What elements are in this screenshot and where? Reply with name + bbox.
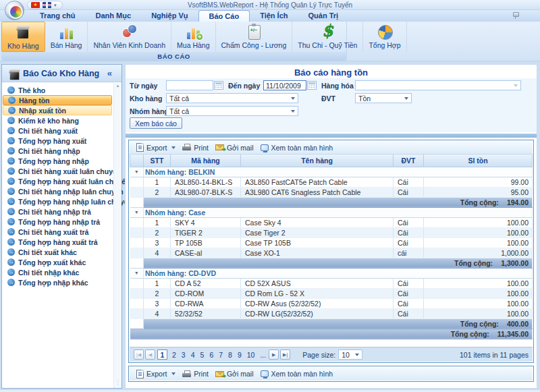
ribbon-button-thu-chi-quy-tien[interactable]: $Thu Chi - Quỹ Tiền: [292, 22, 363, 52]
sidebar-item-chi-tiet-hang-xuat[interactable]: Chi tiết hàng xuất: [3, 125, 112, 136]
table-row[interactable]: 1A3L850-14-BKL-SA3L850 FastCAT5e Patch C…: [130, 177, 533, 187]
table-row[interactable]: 2A3L980-07-BLK-SA3L980 CAT6 Snagless Pat…: [130, 187, 533, 197]
sidebar-scrollbar[interactable]: ▲ ⋮: [113, 83, 122, 388]
page-ellipsis[interactable]: ...: [260, 351, 266, 359]
sidebar-item-tong-hop-xuat-khac[interactable]: Tổng hợp xuất khác: [3, 257, 112, 267]
first-page-button[interactable]: |◀: [134, 349, 144, 360]
tab-tien-ich[interactable]: Tiện Ích: [250, 10, 298, 22]
scroll-grip-icon[interactable]: ⋮: [114, 379, 122, 385]
sidebar-item-tong-hop-hang-xuat-tra[interactable]: Tổng hợp hàng xuất trả: [3, 237, 112, 247]
page-number-4[interactable]: 4: [191, 351, 195, 359]
ribbon-button-label: Kho Hàng: [7, 42, 39, 50]
sidebar-item-hang-ton[interactable]: Hàng tồn: [3, 95, 112, 105]
column-header-ten-hang[interactable]: Tên hàng: [241, 155, 394, 167]
sidebar-item-kiem-ke-kho-hang[interactable]: Kiểm kê kho hàng: [3, 115, 112, 125]
sidebar-collapse-icon[interactable]: «: [107, 68, 112, 78]
page-number-7[interactable]: 7: [219, 351, 223, 359]
group-header-row[interactable]: ▾Nhóm hàng: Case: [130, 207, 533, 217]
collapse-group-icon[interactable]: ▾: [130, 167, 144, 177]
calendar-icon[interactable]: [214, 81, 223, 90]
table-row[interactable]: 4CASE-alCase XO-1cái1,000.00: [130, 248, 533, 258]
column-header-sl-ton[interactable]: Sl tồn: [424, 155, 533, 167]
page-number-1[interactable]: 1: [157, 349, 167, 360]
sidebar-item-tong-hop-hang-xuat-luan-chuyen[interactable]: Tổng hợp hàng xuất luân chuyển: [3, 176, 112, 186]
table-row[interactable]: 1CD A 52CD 52X ASUSCái100.00: [130, 278, 533, 288]
prev-page-button[interactable]: ◀: [145, 349, 155, 360]
export-button[interactable]: Export: [136, 370, 176, 379]
cell-stt: 1: [144, 217, 171, 227]
table-row[interactable]: 3TP 105BCase TP 105BCái100.00: [130, 237, 533, 248]
mail-button[interactable]: Gởi mail: [215, 144, 254, 152]
page-number-5[interactable]: 5: [200, 351, 205, 359]
page-number-3[interactable]: 3: [182, 351, 186, 359]
scroll-up-icon[interactable]: ▲: [114, 84, 122, 88]
column-header-ma-hang[interactable]: Mã hàng: [171, 155, 241, 167]
page-number-8[interactable]: 8: [228, 351, 232, 359]
nhom-hang-select[interactable]: Tất cả: [166, 106, 298, 116]
app-logo-icon[interactable]: [5, 1, 24, 20]
sidebar-item-tong-hop-hang-nhap[interactable]: Tổng hợp hàng nhập: [3, 156, 112, 166]
last-page-button[interactable]: ▶|: [280, 349, 290, 360]
calendar-icon[interactable]: [307, 81, 317, 90]
vietnam-flag-icon[interactable]: [31, 2, 40, 8]
ribbon-button-ban-hang[interactable]: Bán Hàng: [45, 22, 88, 52]
den-ngay-input[interactable]: [263, 80, 306, 90]
tu-ngay-input[interactable]: [166, 80, 213, 90]
sidebar-item-chi-tiet-xuat-khac[interactable]: Chi tiết xuất khác: [3, 247, 112, 257]
sidebar-item-the-kho[interactable]: Thẻ kho: [3, 85, 112, 95]
ribbon-button-mua-hang[interactable]: +Mua Hàng: [171, 22, 215, 52]
mail-button[interactable]: Gởi mail: [215, 370, 254, 378]
table-row[interactable]: 1SKY 4Case Sky 4Cái100.00: [130, 217, 533, 227]
cell-ten: A3L980 CAT6 Snagless Patch Cable: [241, 187, 394, 197]
table-row[interactable]: 3CD-RWACD-RW Asus (52/32/52)Cái100.00: [130, 298, 533, 308]
group-header-row[interactable]: ▾Nhóm hàng: BELKIN: [130, 167, 533, 177]
page-number-6[interactable]: 6: [209, 351, 213, 359]
next-page-button[interactable]: ▶: [269, 349, 279, 360]
collapse-group-icon[interactable]: ▾: [130, 207, 144, 217]
sidebar-item-tong-hop-hang-xuat[interactable]: Tổng hợp hàng xuất: [3, 136, 112, 146]
sidebar-item-chi-tiet-hang-nhap[interactable]: Chi tiết hàng nhập: [3, 146, 112, 156]
sidebar-item-chi-tiet-hang-xuat-tra[interactable]: Chi tiết hàng xuất trả: [3, 227, 112, 237]
qat-dropdown-icon[interactable]: ▾: [54, 3, 57, 8]
print-button[interactable]: Print: [182, 370, 209, 378]
tab-trang-chu[interactable]: Trang chủ: [30, 10, 86, 22]
page-number-10[interactable]: 10: [247, 351, 255, 359]
table-row[interactable]: 2CD-ROMCD Rom LG - 52 XCái100.00: [130, 288, 533, 298]
table-row[interactable]: 452/32/52CD-RW LG(52/32/52)Cái100.00: [130, 308, 533, 318]
ribbon-button-cham-cong-luong[interactable]: Chấm Công - Lương: [216, 22, 293, 52]
ribbon-button-tong-hop[interactable]: Tổng Hợp: [363, 22, 406, 52]
collapse-group-icon[interactable]: ▾: [130, 268, 144, 278]
column-header-dvt[interactable]: ĐVT: [394, 155, 424, 167]
column-header-stt[interactable]: STT: [144, 155, 171, 167]
table-row[interactable]: 2TIGER 2Case Tiger 2Cái100.00: [130, 227, 533, 237]
print-button[interactable]: Print: [182, 144, 209, 152]
view-report-button[interactable]: Xem báo cáo: [130, 117, 182, 129]
tab-danh-muc[interactable]: Danh Mục: [86, 10, 142, 22]
sidebar-item-tong-hop-hang-nhap-luan-chuyen[interactable]: Tổng hợp hàng nhập luân chuyển: [3, 196, 112, 206]
export-button[interactable]: Export: [136, 143, 176, 152]
page-size-select[interactable]: 10: [338, 349, 362, 360]
uk-flag-icon[interactable]: [43, 2, 51, 8]
fullscreen-button[interactable]: Xem toàn màn hình: [261, 370, 333, 378]
sidebar-item-nhap-xuat-ton[interactable]: Nhập xuất tồn: [3, 105, 112, 115]
sidebar-item-chi-tiet-hang-nhap-tra[interactable]: Chi tiết hàng nhập trả: [3, 206, 112, 217]
sidebar-item-chi-tiet-hang-nhap-luan-chuyen[interactable]: Chi tiết hàng nhập luân chuyển: [3, 186, 112, 196]
dvt-select[interactable]: Tồn: [355, 93, 412, 103]
sidebar-header[interactable]: Báo Cáo Kho Hàng «: [2, 65, 122, 82]
tab-bao-cao[interactable]: Báo Cáo: [198, 10, 250, 22]
ribbon-group-bao-cao: Kho HàngBán HàngNhân Viên Kinh Doanh+Mua…: [1, 22, 347, 61]
page-number-2[interactable]: 2: [172, 351, 176, 359]
sidebar-item-tong-hop-nhap-khac[interactable]: Tổng hợp nhập khác: [3, 277, 112, 287]
ribbon-button-kho-hang[interactable]: Kho Hàng: [1, 22, 45, 52]
sidebar-item-tong-hop-hang-nhap-tra[interactable]: Tổng hợp hàng nhập trả: [3, 217, 112, 227]
pin-ribbon-icon[interactable]: [512, 12, 518, 20]
fullscreen-button[interactable]: Xem toàn màn hình: [261, 144, 333, 152]
page-number-9[interactable]: 9: [238, 351, 242, 359]
tab-nghiep-vu[interactable]: Nghiệp Vụ: [141, 10, 198, 22]
kho-hang-select[interactable]: Tất cả: [166, 93, 298, 103]
sidebar-item-chi-tiet-hang-xuat-luan-chuyen[interactable]: Chi tiết hàng xuất luân chuyển: [3, 166, 112, 176]
sidebar-item-chi-tiet-nhap-khac[interactable]: Chi tiết nhập khác: [3, 267, 112, 277]
group-header-row[interactable]: ▾Nhóm hàng: CD-DVD: [130, 268, 533, 278]
hang-hoa-select[interactable]: [355, 80, 521, 90]
ribbon-button-nhan-vien-kinh-doanh[interactable]: Nhân Viên Kinh Doanh: [88, 22, 171, 52]
